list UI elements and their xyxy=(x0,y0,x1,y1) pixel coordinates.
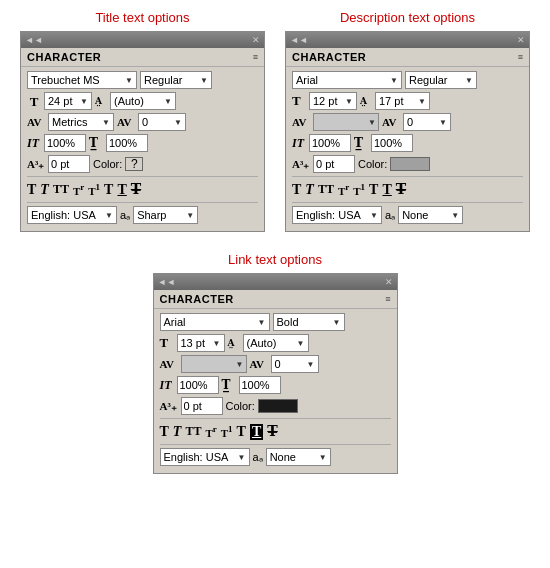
desc-smallcaps-btn[interactable]: Tr xyxy=(338,182,349,197)
link-kerning-arrow: ▼ xyxy=(236,360,244,369)
super-btn[interactable]: T1 xyxy=(88,182,100,197)
desc-style-arrow: ▼ xyxy=(465,76,473,85)
font-select[interactable]: Trebuchet MS ▼ xyxy=(27,71,137,89)
desc-divider2 xyxy=(292,202,523,203)
link-leading-arrow: ▼ xyxy=(297,339,305,348)
link-panel-menu[interactable]: ≡ xyxy=(385,294,390,304)
desc-tracking-select[interactable]: 0 ▼ xyxy=(403,113,451,131)
desc-collapse-icon[interactable]: ◄◄ xyxy=(290,35,308,45)
desc-scale-h-input[interactable] xyxy=(371,134,413,152)
link-super-btn[interactable]: T1 xyxy=(221,424,233,439)
desc-style-select[interactable]: Regular ▼ xyxy=(405,71,477,89)
desc-kerning-tracking-row: AV ▼ AV 0 ▼ xyxy=(292,113,523,131)
link-lang-select[interactable]: English: USA ▼ xyxy=(160,448,250,466)
leading-select[interactable]: (Auto) ▼ xyxy=(110,92,176,110)
desc-size-arrow: ▼ xyxy=(345,97,353,106)
desc-close-icon[interactable]: ✕ xyxy=(517,35,525,45)
size-select[interactable]: 24 pt ▼ xyxy=(44,92,92,110)
size-arrow: ▼ xyxy=(80,97,88,106)
desc-font-select[interactable]: Arial ▼ xyxy=(292,71,402,89)
aa-select[interactable]: Sharp ▼ xyxy=(133,206,198,224)
kerning-tracking-row: AV Metrics ▼ AV 0 ▼ xyxy=(27,113,258,131)
desc-font-arrow: ▼ xyxy=(390,76,398,85)
link-section: Link text options ◄◄ ✕ CHARACTER ≡ Arial… xyxy=(153,252,398,474)
desc-size-select[interactable]: 12 pt ▼ xyxy=(309,92,357,110)
tracking-arrow: ▼ xyxy=(174,118,182,127)
desc-underline-btn[interactable]: T xyxy=(382,182,391,198)
italic-T-btn[interactable]: T xyxy=(40,182,49,198)
link-tracking-icon: AV xyxy=(250,358,268,370)
kerning-select[interactable]: Metrics ▼ xyxy=(48,113,114,131)
link-smallcaps-btn[interactable]: Tr xyxy=(205,424,216,439)
link-leading-select[interactable]: (Auto) ▼ xyxy=(243,334,309,352)
desc-color-swatch[interactable] xyxy=(390,157,430,171)
desc-baseline-icon: A³₊ xyxy=(292,158,310,171)
link-baseline-input[interactable] xyxy=(181,397,223,415)
panel-menu-icon[interactable]: ≡ xyxy=(253,52,258,62)
aa-icon: aₐ xyxy=(120,209,130,222)
link-bold-T-btn[interactable]: T xyxy=(160,424,169,440)
link-strikethrough-btn[interactable]: T̶ xyxy=(267,423,277,440)
link-font-select[interactable]: Arial ▼ xyxy=(160,313,270,331)
tracking-select[interactable]: 0 ▼ xyxy=(138,113,186,131)
link-italic-T-btn[interactable]: T xyxy=(173,424,182,440)
link-size-leading-row: T 13 pt ▼ A̤ (Auto) ▼ xyxy=(160,334,391,352)
desc-font-style-row: Arial ▼ Regular ▼ xyxy=(292,71,523,89)
lang-select[interactable]: English: USA ▼ xyxy=(27,206,117,224)
link-collapse-icon[interactable]: ◄◄ xyxy=(158,277,176,287)
desc-leading-select[interactable]: 17 pt ▼ xyxy=(375,92,430,110)
link-color-swatch[interactable] xyxy=(258,399,298,413)
color-label: Color: xyxy=(93,158,122,170)
link-baseline-icon: A³₊ xyxy=(160,400,178,413)
desc-italic-T-btn[interactable]: T xyxy=(305,182,314,198)
scale-v-input[interactable] xyxy=(44,134,86,152)
bold-T-btn[interactable]: T xyxy=(27,182,36,198)
sub-btn[interactable]: T xyxy=(104,182,113,198)
desc-baseline-input[interactable] xyxy=(313,155,355,173)
link-scale-v-input[interactable] xyxy=(177,376,219,394)
baseline-input[interactable] xyxy=(48,155,90,173)
link-allcaps-btn[interactable]: TT xyxy=(185,424,201,439)
baseline-icon: A³₊ xyxy=(27,158,45,171)
close-icon[interactable]: ✕ xyxy=(252,35,260,45)
allcaps-btn[interactable]: TT xyxy=(53,182,69,197)
desc-super-btn[interactable]: T1 xyxy=(353,182,365,197)
smallcaps-btn[interactable]: Tr xyxy=(73,182,84,197)
link-size-icon: T xyxy=(160,335,174,351)
desc-panel-title: CHARACTER xyxy=(292,51,366,63)
desc-lang-select[interactable]: English: USA ▼ xyxy=(292,206,382,224)
size-leading-row: T 24 pt ▼ A̤ (Auto) ▼ xyxy=(27,92,258,110)
link-aa-icon: aₐ xyxy=(253,451,263,464)
link-aa-arrow: ▼ xyxy=(319,453,327,462)
link-sub-btn[interactable]: T xyxy=(237,424,246,440)
link-tracking-select[interactable]: 0 ▼ xyxy=(271,355,319,373)
underline-btn[interactable]: T xyxy=(117,182,126,198)
link-style-select[interactable]: Bold ▼ xyxy=(273,313,345,331)
desc-scale-v-input[interactable] xyxy=(309,134,351,152)
color-swatch[interactable]: ? xyxy=(125,157,143,171)
titlebar-icons: ◄◄ xyxy=(25,35,43,45)
link-scale-h-input[interactable] xyxy=(239,376,281,394)
desc-aa-select[interactable]: None ▼ xyxy=(398,206,463,224)
desc-sub-btn[interactable]: T xyxy=(369,182,378,198)
desc-allcaps-btn[interactable]: TT xyxy=(318,182,334,197)
collapse-icon[interactable]: ◄◄ xyxy=(25,35,43,45)
link-font-style-row: Arial ▼ Bold ▼ xyxy=(160,313,391,331)
scale-h-input[interactable] xyxy=(106,134,148,152)
link-aa-select[interactable]: None ▼ xyxy=(266,448,331,466)
desc-bold-T-btn[interactable]: T xyxy=(292,182,301,198)
style-select[interactable]: Regular ▼ xyxy=(140,71,212,89)
link-kerning-tracking-row: AV ▼ AV 0 ▼ xyxy=(160,355,391,373)
desc-panel-menu[interactable]: ≡ xyxy=(518,52,523,62)
link-underline-btn[interactable]: T xyxy=(250,424,263,440)
lang-aa-row: English: USA ▼ aₐ Sharp ▼ xyxy=(27,206,258,224)
strikethrough-btn[interactable]: T̶ xyxy=(131,181,141,198)
desc-lang-arrow: ▼ xyxy=(370,211,378,220)
scale-h-icon: T̲ xyxy=(89,136,103,151)
link-close-icon[interactable]: ✕ xyxy=(385,277,393,287)
link-scale-v-icon: IT xyxy=(160,378,174,393)
link-size-select[interactable]: 13 pt ▼ xyxy=(177,334,225,352)
title-section-label: Title text options xyxy=(95,10,189,25)
desc-strikethrough-btn[interactable]: T̶ xyxy=(396,181,406,198)
font-select-arrow: ▼ xyxy=(125,76,133,85)
